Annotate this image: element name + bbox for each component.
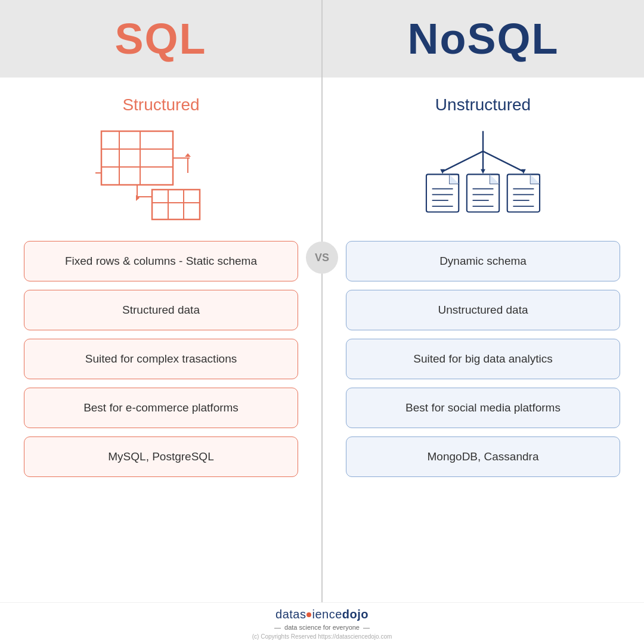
logo-dot (306, 612, 311, 617)
svg-rect-11 (152, 190, 200, 219)
main-content: VS Structured (0, 78, 644, 602)
sql-section-label: Structured (122, 95, 199, 114)
nosql-feature-5: MongoDB, Cassandra (346, 436, 620, 477)
left-panel: Structured (0, 78, 322, 602)
header-nosql-side: NoSQL (323, 0, 644, 78)
nosql-section-label: Unstructured (435, 95, 531, 114)
sql-icon (95, 125, 227, 223)
svg-marker-21 (440, 169, 445, 174)
svg-marker-7 (185, 153, 191, 157)
nosql-icon (411, 125, 555, 223)
nosql-feature-4: Best for social media platforms (346, 388, 620, 428)
svg-marker-23 (521, 169, 526, 174)
nosql-feature-3: Suited for big data analytics (346, 339, 620, 379)
vs-badge: VS (306, 242, 338, 274)
svg-marker-22 (481, 169, 485, 174)
sql-feature-2: Structured data (24, 290, 298, 330)
sql-feature-4: Best for e-commerce platforms (24, 388, 298, 428)
nosql-feature-2: Unstructured data (346, 290, 620, 330)
right-panel: Unstructured (322, 78, 644, 602)
svg-line-20 (483, 151, 524, 172)
nosql-feature-boxes: Dynamic schema Unstructured data Suited … (346, 241, 620, 477)
nosql-feature-1: Dynamic schema (346, 241, 620, 281)
header: SQL NoSQL (0, 0, 644, 78)
sql-title: SQL (114, 14, 206, 63)
sql-feature-3: Suited for complex trasactions (24, 339, 298, 379)
header-sql-side: SQL (0, 0, 321, 78)
svg-marker-33 (490, 174, 500, 184)
logo-tagline: data science for everyone (274, 624, 370, 631)
center-divider (321, 78, 323, 602)
copyright-text: (c) Copyrights Reserved https://datascie… (252, 633, 392, 640)
logo: datasiencedojo (275, 608, 369, 621)
sql-feature-5: MySQL, PostgreSQL (24, 436, 298, 477)
svg-marker-40 (531, 174, 540, 184)
svg-rect-0 (101, 131, 173, 185)
sql-feature-boxes: Fixed rows & columns - Static schema Str… (24, 241, 298, 477)
footer: datasiencedojo data science for everyone… (0, 602, 644, 644)
nosql-title: NoSQL (408, 14, 559, 63)
svg-line-18 (442, 151, 483, 172)
svg-marker-26 (450, 174, 459, 184)
sql-feature-1: Fixed rows & columns - Static schema (24, 241, 298, 281)
